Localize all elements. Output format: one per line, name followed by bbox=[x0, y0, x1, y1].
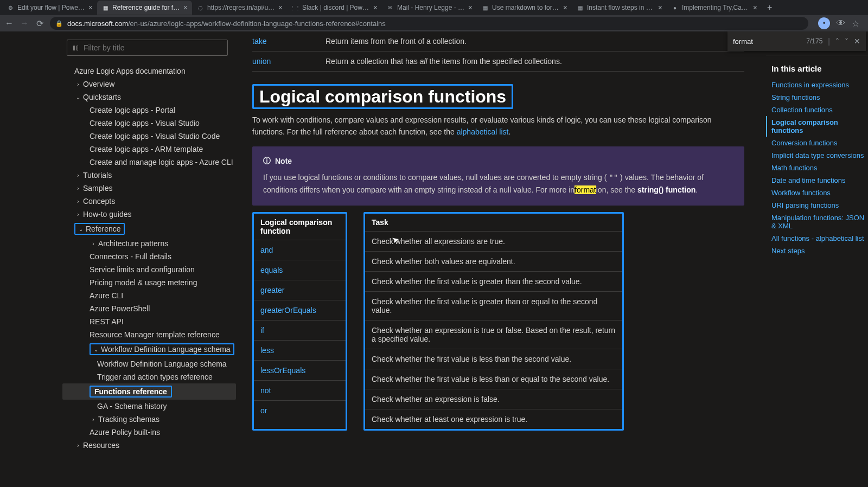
close-icon[interactable]: × bbox=[468, 3, 473, 12]
tab-1[interactable]: ▦Reference guide for functi× bbox=[97, 1, 192, 15]
nav-ref-0[interactable]: Connectors - Full details bbox=[62, 250, 236, 263]
chevron-right-icon: › bbox=[74, 185, 82, 191]
nav-qs-3[interactable]: Create logic apps - ARM template bbox=[62, 143, 236, 156]
nav-doc-home[interactable]: Azure Logic Apps documentation bbox=[62, 65, 236, 78]
nav-qs-0[interactable]: Create logic apps - Portal bbox=[62, 104, 236, 117]
tab-4[interactable]: ✉Mail - Henry Legge - Outl× bbox=[382, 1, 477, 15]
new-tab-button[interactable]: + bbox=[762, 3, 777, 12]
table-header-function: Logical comparison function bbox=[254, 214, 346, 240]
fn-link-not[interactable]: not bbox=[260, 386, 271, 395]
close-icon[interactable]: × bbox=[183, 3, 188, 12]
table-row: Check whether both values are equivalent… bbox=[365, 251, 622, 271]
toc-item[interactable]: Logical comparison functions bbox=[766, 116, 868, 137]
nav-ref-1[interactable]: Service limits and configuration bbox=[62, 263, 236, 276]
back-icon[interactable]: ← bbox=[4, 18, 14, 28]
fn-link-greaterorequals[interactable]: greaterOrEquals bbox=[260, 306, 316, 315]
nav-qs-4[interactable]: Create and manage logic apps - Azure CLI bbox=[62, 156, 236, 169]
profile-avatar[interactable]: • bbox=[818, 17, 830, 29]
favicon-gear-icon: ⚙ bbox=[7, 4, 14, 11]
toc-item[interactable]: String functions bbox=[766, 91, 868, 104]
function-desc: Return a collection that has all the ite… bbox=[326, 57, 562, 66]
close-icon[interactable]: × bbox=[753, 3, 757, 12]
toc-item[interactable]: URI parsing functions bbox=[766, 199, 868, 212]
tab-5[interactable]: ▦Use markdown to format P× bbox=[477, 1, 572, 15]
filter-box[interactable]: ⫿⫿ bbox=[67, 40, 228, 56]
toc-item[interactable]: Next steps bbox=[766, 245, 868, 257]
nav-arch[interactable]: ›Architecture patterns bbox=[62, 237, 236, 250]
find-prev-icon[interactable]: ˄ bbox=[835, 37, 839, 46]
toc-item[interactable]: Conversion functions bbox=[766, 137, 868, 149]
incognito-disabled-icon[interactable]: 👁 bbox=[837, 18, 845, 28]
tab-title: https://reqres.in/api/users bbox=[207, 4, 275, 11]
toc-item[interactable]: Manipulation functions: JSON & XML bbox=[766, 212, 868, 232]
nav-qs-1[interactable]: Create logic apps - Visual Studio bbox=[62, 117, 236, 130]
close-icon[interactable]: × bbox=[563, 3, 567, 12]
nav-wdls-3[interactable]: GA - Schema history bbox=[62, 400, 236, 413]
page-body: ⫿⫿ Azure Logic Apps documentation ›Overv… bbox=[0, 31, 868, 487]
fn-link-equals[interactable]: equals bbox=[260, 266, 283, 274]
fn-link-if[interactable]: if bbox=[260, 326, 264, 335]
nav-wdls[interactable]: ⌄Workflow Definition Language schema bbox=[62, 341, 236, 357]
fn-link-lessorequals[interactable]: lessOrEquals bbox=[260, 366, 305, 375]
table-row: Check whether the first value is greater… bbox=[365, 271, 622, 291]
tab-0[interactable]: ⚙Edit your flow | Power Aut× bbox=[2, 1, 97, 15]
nav-resources[interactable]: ›Resources bbox=[62, 439, 236, 452]
nav-tutorials[interactable]: ›Tutorials bbox=[62, 169, 236, 182]
nav-wdls-2[interactable]: Functions reference bbox=[62, 383, 236, 400]
find-close-icon[interactable]: ✕ bbox=[854, 37, 860, 46]
string-function-link[interactable]: string() function bbox=[637, 185, 695, 194]
filter-input[interactable] bbox=[84, 43, 222, 52]
toc-item[interactable]: Collection functions bbox=[766, 104, 868, 116]
table-row: greaterOrEquals bbox=[254, 300, 346, 320]
nav-ref-5[interactable]: REST API bbox=[62, 315, 236, 328]
favicon-slack-icon: ⋮⋮ bbox=[291, 4, 299, 11]
address-bar[interactable]: 🔒 docs.microsoft.com/en-us/azure/logic-a… bbox=[50, 17, 808, 30]
close-icon[interactable]: × bbox=[88, 3, 93, 12]
tab-3[interactable]: ⋮⋮Slack | discord | Power Au× bbox=[287, 1, 382, 15]
nav-overview[interactable]: ›Overview bbox=[62, 78, 236, 91]
nav-reference[interactable]: ⌄Reference bbox=[62, 221, 236, 237]
nav-ref-2[interactable]: Pricing model & usage metering bbox=[62, 276, 236, 289]
alphabetical-list-link[interactable]: alphabetical list bbox=[457, 127, 509, 136]
find-in-page-bar: 7/175 | ˄ ˅ ✕ bbox=[727, 31, 866, 51]
nav-samples[interactable]: ›Samples bbox=[62, 182, 236, 195]
reload-icon[interactable]: ⟳ bbox=[35, 18, 44, 29]
close-icon[interactable]: × bbox=[658, 3, 662, 12]
nav-wdls-0[interactable]: Workflow Definition Language schema bbox=[62, 357, 236, 370]
nav-quickstarts[interactable]: ⌄Quickstarts bbox=[62, 91, 236, 104]
toc-item[interactable]: Date and time functions bbox=[766, 174, 868, 187]
find-next-icon[interactable]: ˅ bbox=[845, 37, 848, 46]
toc-item[interactable]: All functions - alphabetical list bbox=[766, 232, 868, 245]
nav-qs-2[interactable]: Create logic apps - Visual Studio Code bbox=[62, 130, 236, 143]
find-input[interactable] bbox=[733, 37, 782, 46]
right-rail: Yes No In this article Functions in expr… bbox=[766, 31, 868, 487]
nav-wdls-1[interactable]: Trigger and action types reference bbox=[62, 370, 236, 383]
table-row: Check whether all expressions are true. bbox=[365, 231, 622, 251]
toc-item[interactable]: Math functions bbox=[766, 162, 868, 174]
function-link-take[interactable]: take bbox=[252, 37, 326, 46]
forward-icon[interactable]: → bbox=[20, 18, 29, 28]
fn-link-or[interactable]: or bbox=[260, 406, 267, 415]
tab-2[interactable]: ◌https://reqres.in/api/users× bbox=[192, 1, 287, 15]
tab-6[interactable]: ▦Instant flow steps in busine× bbox=[572, 1, 667, 15]
close-icon[interactable]: × bbox=[373, 3, 378, 12]
fn-link-and[interactable]: and bbox=[260, 246, 273, 254]
toc-item[interactable]: Workflow functions bbox=[766, 187, 868, 199]
lock-icon: 🔒 bbox=[55, 20, 63, 27]
nav-tracking[interactable]: ›Tracking schemas bbox=[62, 413, 236, 426]
bookmark-star-icon[interactable]: ☆ bbox=[852, 18, 859, 29]
nav-concepts[interactable]: ›Concepts bbox=[62, 195, 236, 208]
toc-item[interactable]: Implicit data type conversions bbox=[766, 149, 868, 162]
fn-link-less[interactable]: less bbox=[260, 346, 274, 355]
nav-ref-3[interactable]: Azure CLI bbox=[62, 289, 236, 302]
fn-link-greater[interactable]: greater bbox=[260, 286, 284, 294]
tab-7[interactable]: ●Implementing Try,Catch an× bbox=[667, 1, 762, 15]
chevron-right-icon: › bbox=[74, 81, 82, 87]
nav-ref-6[interactable]: Resource Manager template reference bbox=[62, 328, 236, 341]
nav-policy[interactable]: Azure Policy built-ins bbox=[62, 426, 236, 439]
nav-howto[interactable]: ›How-to guides bbox=[62, 208, 236, 221]
nav-ref-4[interactable]: Azure PowerShell bbox=[62, 302, 236, 315]
toc-item[interactable]: Functions in expressions bbox=[766, 79, 868, 91]
close-icon[interactable]: × bbox=[278, 3, 283, 12]
function-link-union[interactable]: union bbox=[252, 57, 326, 66]
